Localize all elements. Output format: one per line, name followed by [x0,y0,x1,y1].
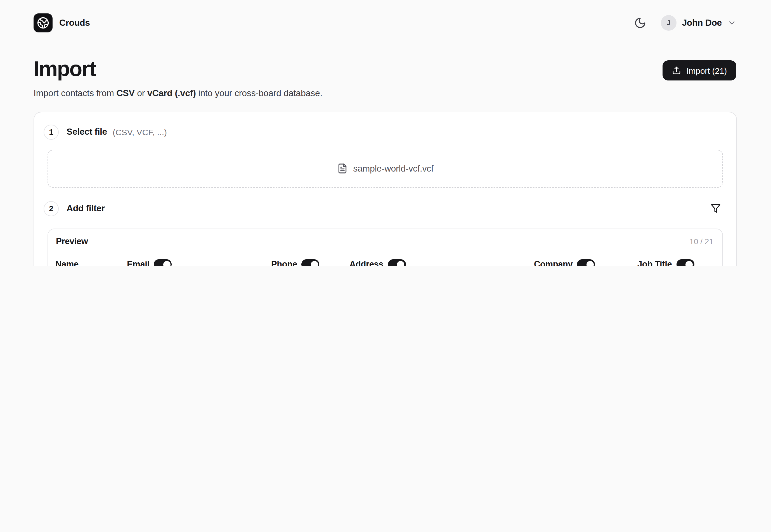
column-label: Address [349,260,383,266]
column-toggle-company[interactable] [577,260,595,266]
selected-file-name: sample-world-vcf.vcf [353,164,434,174]
topbar-actions: J John Doe [632,15,736,31]
column-header-job_title: Job Title [637,256,715,266]
file-dropzone[interactable]: sample-world-vcf.vcf [48,150,723,188]
import-card: 1 Select file (CSV, VCF, ...) sample-wor… [34,112,737,266]
theme-toggle-button[interactable] [632,15,648,31]
column-label: Job Title [637,260,672,266]
brand-logo[interactable]: Crouds [34,13,90,32]
column-label: Phone [271,260,297,266]
step-1-title: Select file [67,127,107,137]
file-text-icon [337,163,347,174]
column-header-company: Company [534,256,637,266]
column-label: Company [534,260,573,266]
step-1-hint: (CSV, VCF, ...) [113,127,167,137]
column-header-name: Name [55,256,127,266]
page-title: Import [34,58,322,80]
step-2-badge: 2 [44,201,59,216]
column-label: Name [55,260,79,266]
globe-icon [34,13,53,32]
step-2-title: Add filter [67,204,105,214]
preview-title: Preview [56,236,88,246]
add-filter-button[interactable] [708,201,723,216]
column-toggle-phone[interactable] [302,260,319,266]
filter-icon [711,204,721,214]
avatar: J [661,15,676,31]
import-button[interactable]: Import (21) [662,60,736,80]
column-header-email: Email [127,256,271,266]
step-select-file: 1 Select file (CSV, VCF, ...) [48,125,723,140]
column-label: Email [127,260,149,266]
column-header-address: Address [349,256,534,266]
upload-icon [672,66,681,75]
table-header-row: NameEmailPhoneAddressCompanyJob Title [48,254,722,266]
step-add-filter: 2 Add filter [48,201,723,216]
user-name: John Doe [682,18,722,28]
column-header-phone: Phone [271,256,349,266]
brand-name: Crouds [59,18,90,28]
import-page: Crouds J John Doe [0,0,771,266]
page-head: Import Import contacts from CSV or vCard… [0,32,771,98]
preview-counter: 10 / 21 [689,237,713,246]
preview-panel: Preview 10 / 21 NameEmailPhoneAddressCom… [48,229,723,266]
column-toggle-email[interactable] [154,260,172,266]
user-menu[interactable]: J John Doe [661,15,736,31]
page-subtitle: Import contacts from CSV or vCard (.vcf)… [34,88,322,98]
import-button-label: Import (21) [686,66,727,75]
chevron-down-icon [727,18,736,27]
moon-icon [634,17,646,29]
column-toggle-address[interactable] [388,260,406,266]
column-toggle-job_title[interactable] [676,260,694,266]
preview-header: Preview 10 / 21 [48,229,722,254]
topbar: Crouds J John Doe [0,0,771,32]
step-1-badge: 1 [44,125,59,140]
